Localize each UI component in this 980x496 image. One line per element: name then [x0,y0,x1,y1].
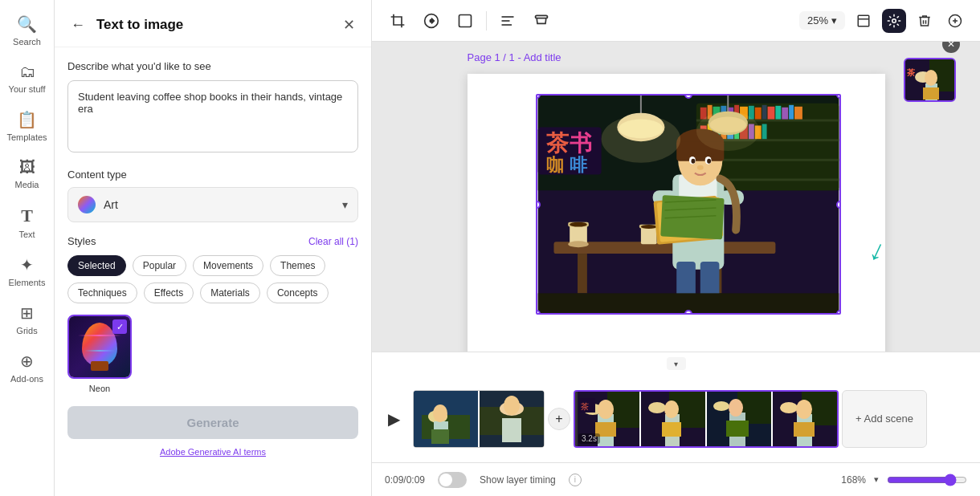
timeline-toggle[interactable]: ▾ [372,352,980,375]
bottom-right: 168% ▾ [841,474,967,486]
top-toolbar: 25% ▾ [372,0,980,42]
scene-thumb-active-image-3 [707,392,771,446]
info-icon[interactable]: i [569,474,582,486]
style-tag-movements[interactable]: Movements [193,255,263,276]
svg-point-8 [892,18,896,22]
toggle-knob [439,474,452,486]
align-button[interactable] [495,8,521,34]
show-layer-label: Show layer timing [480,474,556,486]
describe-label: Describe what you'd like to see [67,60,358,72]
svg-text:茶: 茶 [581,402,589,411]
generate-button[interactable]: Generate [67,406,358,439]
canvas-image[interactable]: ↺ [536,94,841,315]
toolbar-left [385,8,790,34]
svg-point-126 [729,399,743,417]
sidebar-item-addons-label: Add-ons [10,374,43,384]
sidebar-item-your-stuff[interactable]: 🗂 Your stuff [0,55,54,102]
svg-point-132 [796,400,812,419]
sidebar-item-addons[interactable]: ⊕ Add-ons [0,344,54,392]
style-thumb-neon[interactable]: ✓ Neon [67,315,132,393]
scene-group-active[interactable]: 茶 3.2s [574,390,839,448]
svg-point-67 [691,159,695,164]
add-button[interactable] [943,9,967,33]
rotate-button[interactable] [419,8,444,34]
style-tag-popular[interactable]: Popular [133,255,186,276]
panel-header: ← Text to image ✕ [55,0,371,47]
styles-label: Styles [67,235,96,247]
svg-rect-106 [502,418,521,442]
style-tag-themes[interactable]: Themes [270,255,325,276]
delete-button[interactable] [913,9,937,33]
style-tag-materials[interactable]: Materials [200,283,260,303]
add-scene-between-button[interactable]: + [548,408,570,430]
svg-point-94 [925,70,937,86]
style-tag-techniques[interactable]: Techniques [67,283,137,303]
ai-terms-link[interactable]: Adobe Generative AI terms [67,447,358,457]
page-settings-button[interactable] [851,9,876,33]
style-tag-selected[interactable]: Selected [67,255,126,276]
addons-icon: ⊕ [20,352,34,371]
play-button[interactable]: ▶ [385,406,403,432]
square-button[interactable] [452,8,478,34]
style-tag-effects[interactable]: Effects [144,283,194,303]
zoom-slider[interactable] [887,474,967,486]
svg-rect-28 [762,105,766,120]
sidebar-item-grids[interactable]: ⊞ Grids [0,295,54,344]
thumbnail-bg: 茶 [905,59,954,100]
sidebar-item-text-label: Text [18,230,35,239]
svg-rect-133 [794,422,815,437]
svg-point-87 [601,116,680,163]
thumbnail-panel: ✕ 茶 [904,58,956,102]
add-title-link[interactable]: Add title [524,51,561,63]
svg-rect-95 [923,87,939,100]
handle-bottom-left[interactable] [536,310,541,315]
sidebar-item-media-label: Media [15,180,39,189]
scene-thumb-active-image-2 [641,392,705,446]
style-tags-container: Selected Popular Movements Themes Techni… [67,255,358,303]
svg-point-55 [568,241,589,247]
svg-rect-43 [762,124,766,139]
sidebar-item-text[interactable]: T Text [0,197,54,247]
svg-point-68 [707,159,711,164]
timeline: ▾ ▶ [372,352,980,496]
panel-back-button[interactable]: ← [67,14,88,37]
scene-duration-label: 3.2s [578,433,600,444]
zoom-value: 25% [807,14,828,26]
layer-timing-toggle[interactable] [438,472,467,488]
zoom-control[interactable]: 25% ▾ [799,11,845,30]
translate-button[interactable] [529,8,554,34]
sidebar-item-elements[interactable]: ✦ Elements [0,247,54,295]
scene-thumb-1b [480,391,544,447]
canvas-page: ↺ [468,74,885,352]
media-icon: 🖼 [19,158,35,177]
main-area: 25% ▾ [372,0,980,496]
svg-rect-51 [578,254,587,293]
scene-thumb-active-3 [707,392,771,446]
add-scene-button[interactable]: + Add scene [842,390,927,448]
ai-panel-button[interactable] [882,9,906,33]
thumbnail-item[interactable]: 茶 [904,58,956,102]
content-type-icon [78,196,96,213]
clear-all-button[interactable]: Clear all (1) [308,236,358,247]
scene-thumb-image-1b [480,391,544,447]
svg-rect-32 [789,105,794,120]
sidebar-item-search-label: Search [13,37,41,47]
panel-close-button[interactable]: ✕ [340,13,358,37]
handle-bottom-middle[interactable] [684,310,692,315]
svg-rect-33 [794,107,802,120]
neon-line-2 [84,350,115,352]
scene-group-1[interactable] [413,390,545,448]
handle-middle-right[interactable] [836,201,841,209]
svg-rect-27 [754,108,761,120]
prompt-textarea[interactable]: Student leaving coffee shop books in the… [67,80,358,152]
thumbnail-close-button[interactable]: ✕ [942,42,960,53]
crop-button[interactable] [385,8,410,34]
elements-icon: ✦ [20,255,34,274]
style-tag-concepts[interactable]: Concepts [267,283,329,303]
sidebar-item-search[interactable]: 🔍 Search [0,6,54,55]
handle-bottom-right[interactable] [836,310,841,315]
sidebar-item-templates[interactable]: 📋 Templates [0,102,54,150]
sidebar-item-media[interactable]: 🖼 Media [0,150,54,197]
content-type-select[interactable]: Art ▾ [67,187,358,222]
content-type-label: Content type [67,169,358,181]
